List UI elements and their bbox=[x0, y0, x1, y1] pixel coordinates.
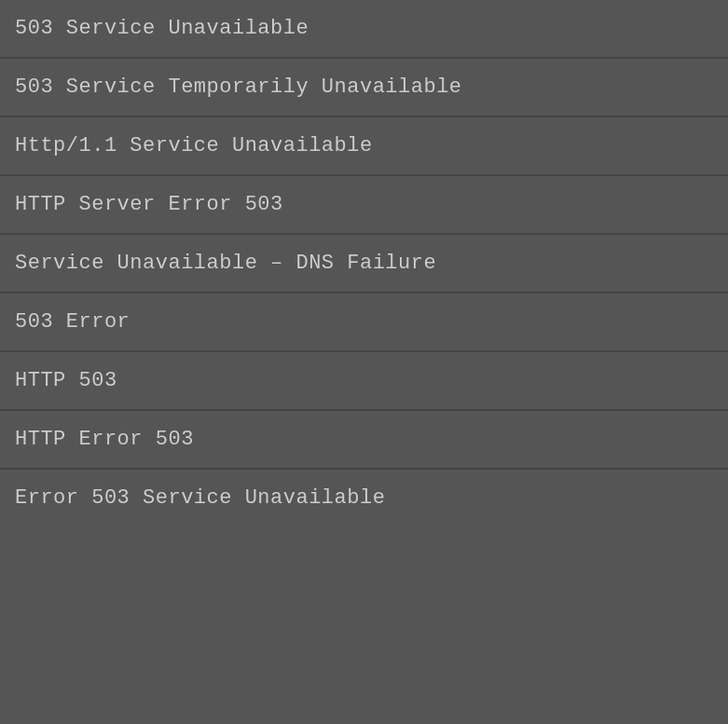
list-item-label: 503 Service Unavailable bbox=[15, 17, 309, 40]
list-item-label: Service Unavailable – DNS Failure bbox=[15, 252, 436, 275]
list-item-label: HTTP Server Error 503 bbox=[15, 193, 283, 216]
list-item[interactable]: 503 Service Temporarily Unavailable bbox=[0, 59, 728, 117]
list-item[interactable]: Http/1.1 Service Unavailable bbox=[0, 117, 728, 176]
error-list: 503 Service Unavailable503 Service Tempo… bbox=[0, 0, 728, 526]
list-item-label: Error 503 Service Unavailable bbox=[15, 486, 385, 510]
list-item[interactable]: Service Unavailable – DNS Failure bbox=[0, 235, 728, 294]
list-item-label: 503 Service Temporarily Unavailable bbox=[15, 75, 462, 99]
list-item-label: HTTP 503 bbox=[15, 369, 117, 392]
list-item[interactable]: HTTP 503 bbox=[0, 352, 728, 411]
list-item[interactable]: 503 Error bbox=[0, 294, 728, 352]
list-item[interactable]: 503 Service Unavailable bbox=[0, 0, 728, 59]
list-item-label: HTTP Error 503 bbox=[15, 428, 194, 451]
list-item[interactable]: HTTP Error 503 bbox=[0, 411, 728, 470]
list-item-label: Http/1.1 Service Unavailable bbox=[15, 134, 373, 157]
list-item[interactable]: Error 503 Service Unavailable bbox=[0, 470, 728, 526]
list-item[interactable]: HTTP Server Error 503 bbox=[0, 176, 728, 235]
list-item-label: 503 Error bbox=[15, 310, 130, 334]
